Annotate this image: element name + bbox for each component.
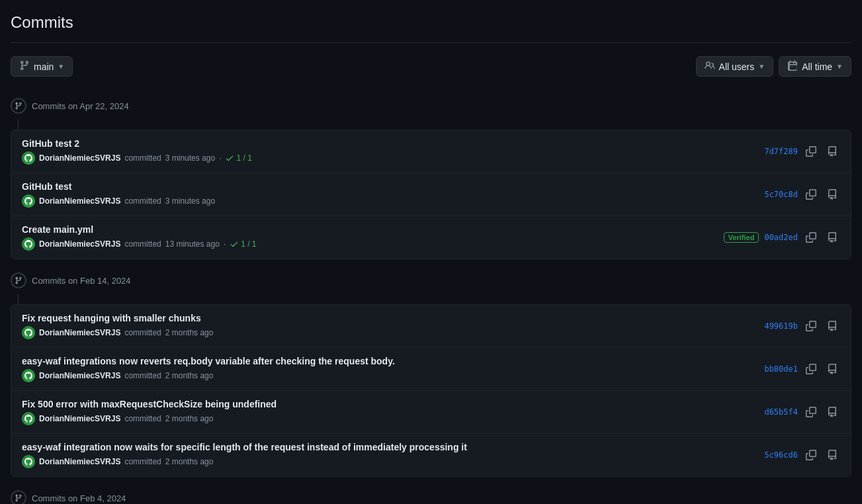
commit-message-link[interactable]: easy-waf integrations now reverts req.bo…	[22, 356, 395, 366]
avatar	[22, 412, 35, 425]
section-connector	[18, 119, 19, 130]
section-header-2: Commits on Feb 4, 2024	[11, 482, 851, 504]
branch-chevron-icon: ▼	[58, 63, 64, 70]
section-connector	[18, 294, 19, 304]
copy-sha-button[interactable]	[803, 447, 819, 463]
commit-message-link[interactable]: GitHub test	[22, 181, 71, 192]
commit-left: GitHub test DorianNiemiecSVRJS committed…	[22, 181, 754, 208]
author-name[interactable]: DorianNiemiecSVRJS	[39, 414, 120, 423]
browse-repo-button[interactable]	[824, 447, 840, 463]
commit-list-0: GitHub test 2 DorianNiemiecSVRJS committ…	[11, 130, 851, 259]
commit-message-link[interactable]: Fix 500 error with maxRequestCheckSize b…	[22, 399, 277, 409]
browse-repo-button[interactable]	[824, 318, 840, 334]
users-dropdown[interactable]: All users ▼	[696, 56, 774, 77]
commit-item: easy-waf integrations now reverts req.bo…	[11, 348, 851, 391]
author-name[interactable]: DorianNiemiecSVRJS	[39, 371, 120, 380]
group-spacer	[11, 477, 851, 482]
copy-sha-button[interactable]	[803, 144, 819, 159]
section-header-1: Commits on Feb 14, 2024	[11, 265, 851, 294]
time-ago: 2 months ago	[165, 457, 214, 466]
author-name[interactable]: DorianNiemiecSVRJS	[39, 328, 120, 337]
commit-hash[interactable]: 5c96cd6	[764, 450, 798, 460]
copy-sha-button[interactable]	[803, 404, 819, 420]
commit-left: Fix 500 error with maxRequestCheckSize b…	[22, 399, 754, 425]
browse-repo-button[interactable]	[824, 361, 840, 377]
time-chevron-icon: ▼	[836, 63, 843, 70]
commit-item: Fix 500 error with maxRequestCheckSize b…	[11, 391, 851, 434]
users-chevron-icon: ▼	[758, 63, 765, 70]
time-ago: 3 minutes ago	[165, 153, 215, 163]
commit-meta: DorianNiemiecSVRJS committed 2 months ag…	[22, 369, 754, 382]
commit-graph-icon	[11, 273, 26, 288]
copy-sha-button[interactable]	[803, 318, 819, 334]
commit-left: Create main.yml DorianNiemiecSVRJS commi…	[22, 224, 713, 251]
section-date-label: Commits on Feb 14, 2024	[32, 276, 131, 286]
check-badge: 1 / 1	[225, 153, 251, 163]
commit-item: Create main.yml DorianNiemiecSVRJS commi…	[11, 216, 851, 259]
avatar	[22, 194, 35, 208]
copy-sha-button[interactable]	[803, 230, 819, 245]
group-spacer	[11, 259, 851, 265]
commit-left: easy-waf integration now waits for speci…	[22, 442, 754, 468]
copy-sha-button[interactable]	[803, 361, 819, 377]
verified-badge: Verified	[724, 232, 759, 243]
committed-text: committed	[124, 153, 161, 163]
time-ago: 3 minutes ago	[165, 196, 215, 206]
calendar-icon	[787, 60, 798, 73]
commit-right: 5c96cd6	[764, 447, 840, 463]
section-date-label: Commits on Apr 22, 2024	[32, 101, 129, 111]
committed-text: committed	[124, 239, 161, 249]
browse-repo-button[interactable]	[824, 230, 840, 245]
committed-text: committed	[124, 196, 161, 206]
time-ago: 2 months ago	[165, 414, 214, 423]
commit-left: easy-waf integrations now reverts req.bo…	[22, 356, 754, 382]
avatar	[22, 151, 35, 165]
commit-message-link[interactable]: GitHub test 2	[22, 138, 79, 149]
committed-text: committed	[124, 371, 161, 380]
browse-repo-button[interactable]	[824, 187, 840, 202]
copy-sha-button[interactable]	[803, 187, 819, 202]
commit-meta: DorianNiemiecSVRJS committed 2 months ag…	[22, 455, 754, 468]
commit-list-1: Fix request hanging with smaller chunks …	[11, 304, 851, 477]
commit-message-link[interactable]: easy-waf integration now waits for speci…	[22, 442, 467, 452]
commit-meta: DorianNiemiecSVRJS committed 13 minutes …	[22, 237, 713, 251]
branch-dropdown[interactable]: main ▼	[11, 56, 73, 77]
commit-message-link[interactable]: Fix request hanging with smaller chunks	[22, 313, 201, 323]
commit-meta: DorianNiemiecSVRJS committed 2 months ag…	[22, 326, 754, 339]
commit-message: easy-waf integration now waits for speci…	[22, 442, 754, 452]
commit-message: Create main.yml	[22, 224, 713, 235]
committed-text: committed	[124, 457, 161, 466]
commit-left: Fix request hanging with smaller chunks …	[22, 313, 754, 339]
commit-item: GitHub test DorianNiemiecSVRJS committed…	[11, 173, 851, 216]
time-label: All time	[802, 62, 832, 72]
avatar	[22, 455, 35, 468]
commit-graph-icon	[11, 98, 26, 114]
users-label: All users	[719, 62, 755, 72]
branch-label: main	[34, 62, 54, 72]
commit-hash[interactable]: 00ad2ed	[764, 233, 798, 242]
author-name[interactable]: DorianNiemiecSVRJS	[39, 153, 120, 163]
author-name[interactable]: DorianNiemiecSVRJS	[39, 457, 120, 466]
commit-message-link[interactable]: Create main.yml	[22, 224, 93, 235]
author-name[interactable]: DorianNiemiecSVRJS	[39, 239, 120, 249]
commit-right: d65b5f4	[764, 404, 840, 420]
commit-item: GitHub test 2 DorianNiemiecSVRJS committ…	[11, 130, 851, 173]
commit-message: Fix request hanging with smaller chunks	[22, 313, 754, 323]
commit-hash[interactable]: d65b5f4	[764, 407, 798, 417]
avatar	[22, 369, 35, 382]
commit-hash[interactable]: 7d7f289	[764, 147, 798, 156]
committed-text: committed	[124, 328, 161, 337]
browse-repo-button[interactable]	[824, 144, 840, 159]
author-name[interactable]: DorianNiemiecSVRJS	[39, 196, 120, 206]
toolbar-right: All users ▼ All time ▼	[696, 56, 851, 77]
commit-hash[interactable]: 499619b	[764, 321, 798, 331]
commit-item: easy-waf integration now waits for speci…	[11, 434, 851, 476]
commit-message: GitHub test	[22, 181, 754, 192]
commit-hash[interactable]: 5c70c8d	[764, 190, 798, 199]
time-dropdown[interactable]: All time ▼	[779, 56, 851, 77]
users-icon	[705, 60, 715, 73]
browse-repo-button[interactable]	[824, 404, 840, 420]
time-ago: 2 months ago	[165, 371, 214, 380]
commit-hash[interactable]: bb80de1	[764, 364, 798, 374]
page-container: Commits main ▼ All users ▼	[0, 0, 862, 504]
